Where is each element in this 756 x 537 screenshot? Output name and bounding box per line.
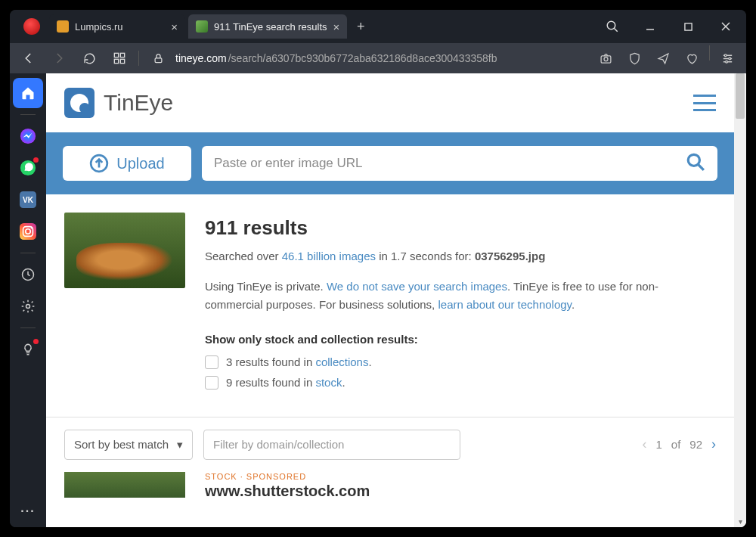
scrollbar-thumb[interactable] bbox=[736, 73, 745, 119]
titlebar: Lumpics.ru × 911 TinEye search results ×… bbox=[10, 10, 746, 43]
result-domain[interactable]: www.shutterstock.com bbox=[205, 483, 370, 500]
svg-point-0 bbox=[607, 21, 615, 29]
sort-value: Sort by best match bbox=[74, 438, 169, 451]
filter-placeholder: Filter by domain/collection bbox=[213, 438, 344, 451]
privacy-link[interactable]: We do not save your search images bbox=[327, 280, 507, 293]
tab-tineye[interactable]: 911 TinEye search results × bbox=[188, 14, 347, 39]
sidebar-home-icon[interactable] bbox=[13, 78, 43, 108]
speed-dial-icon[interactable] bbox=[107, 45, 132, 71]
upload-label: Upload bbox=[116, 155, 164, 172]
sort-select[interactable]: Sort by best match ▾ bbox=[64, 430, 193, 460]
sidebar-instagram-icon[interactable] bbox=[13, 216, 43, 247]
result-thumb[interactable] bbox=[64, 472, 185, 498]
site-header: TinEye bbox=[46, 73, 734, 132]
back-button[interactable] bbox=[16, 45, 42, 71]
site-name: TinEye bbox=[104, 90, 173, 116]
stock-link[interactable]: stock bbox=[315, 376, 342, 389]
stock-label: 9 results found in stock. bbox=[226, 374, 345, 392]
stock-checkbox[interactable] bbox=[205, 376, 218, 390]
page-total: 92 bbox=[689, 438, 702, 451]
sidebar: VK ··· bbox=[10, 73, 46, 527]
forward-button[interactable] bbox=[46, 45, 72, 71]
svg-line-32 bbox=[698, 164, 704, 170]
svg-point-31 bbox=[688, 154, 699, 166]
lock-icon[interactable] bbox=[145, 45, 171, 71]
minimize-button[interactable] bbox=[633, 10, 668, 43]
svg-point-26 bbox=[30, 227, 32, 228]
reload-button[interactable] bbox=[76, 45, 102, 71]
show-only-heading: Show only stock and collection results: bbox=[205, 331, 716, 349]
svg-rect-7 bbox=[120, 53, 124, 57]
svg-rect-6 bbox=[114, 53, 118, 57]
new-tab-button[interactable]: + bbox=[350, 16, 371, 37]
menu-icon[interactable] bbox=[693, 95, 716, 111]
page-of: of bbox=[671, 438, 681, 451]
favicon-icon bbox=[196, 20, 208, 33]
url-text[interactable]: tineye.com/search/a6307bc930b6772aba6321… bbox=[175, 52, 588, 64]
searched-line: Searched over 46.1 billion images in 1.7… bbox=[205, 247, 716, 265]
url-input-wrapper bbox=[202, 146, 717, 181]
results-heading: 911 results bbox=[205, 213, 716, 244]
sidebar-settings-icon[interactable] bbox=[13, 291, 43, 321]
close-icon[interactable]: × bbox=[333, 21, 340, 33]
search-icon[interactable] bbox=[686, 152, 705, 175]
collections-checkbox[interactable] bbox=[205, 355, 218, 369]
page-current: 1 bbox=[655, 438, 662, 451]
sidebar-vk-icon[interactable]: VK bbox=[13, 185, 43, 215]
tineye-logo-icon[interactable] bbox=[64, 88, 94, 118]
svg-rect-9 bbox=[120, 59, 124, 63]
filter-input[interactable]: Filter by domain/collection bbox=[203, 430, 460, 460]
favicon-icon bbox=[57, 20, 69, 33]
page-content: TinEye Upload 911 resu bbox=[46, 73, 746, 527]
svg-line-1 bbox=[614, 28, 618, 32]
sidebar-history-icon[interactable] bbox=[13, 259, 43, 290]
tab-lumpics[interactable]: Lumpics.ru × bbox=[49, 14, 185, 39]
chevron-down-icon: ▾ bbox=[169, 438, 183, 452]
svg-point-18 bbox=[725, 61, 727, 63]
sidebar-more-icon[interactable]: ··· bbox=[20, 504, 35, 518]
sidebar-whatsapp-icon[interactable] bbox=[13, 153, 43, 183]
svg-rect-23 bbox=[20, 223, 36, 240]
svg-point-28 bbox=[26, 305, 30, 309]
svg-text:VK: VK bbox=[23, 196, 34, 204]
send-icon[interactable] bbox=[650, 45, 676, 71]
prev-page-button[interactable]: ‹ bbox=[642, 436, 646, 452]
heart-icon[interactable] bbox=[679, 45, 705, 71]
scroll-down-icon[interactable]: ▾ bbox=[734, 515, 746, 527]
index-size-link[interactable]: 46.1 billion images bbox=[282, 250, 376, 262]
search-icon[interactable] bbox=[595, 10, 630, 43]
easy-setup-icon[interactable] bbox=[714, 45, 740, 71]
maximize-button[interactable] bbox=[671, 10, 705, 43]
pagination: ‹ 1 of 92 › bbox=[642, 436, 716, 452]
technology-link[interactable]: learn about our technology bbox=[438, 298, 572, 311]
url-input[interactable] bbox=[214, 156, 686, 171]
sponsored-tag: STOCK · SPONSORED bbox=[205, 472, 370, 481]
svg-point-12 bbox=[604, 57, 608, 61]
address-bar: tineye.com/search/a6307bc930b6772aba6321… bbox=[10, 43, 746, 73]
collections-label: 3 results found in collections. bbox=[226, 353, 372, 371]
snapshot-icon[interactable] bbox=[593, 45, 618, 71]
close-button[interactable] bbox=[708, 10, 743, 43]
upload-button[interactable]: Upload bbox=[63, 146, 191, 181]
opera-logo-icon[interactable] bbox=[23, 18, 40, 35]
svg-point-17 bbox=[728, 57, 730, 60]
tab-title: 911 TinEye search results bbox=[214, 21, 327, 33]
svg-point-16 bbox=[724, 54, 727, 56]
privacy-text: Using TinEye is private. We do not save … bbox=[205, 278, 716, 314]
shield-icon[interactable] bbox=[621, 45, 647, 71]
close-icon[interactable]: × bbox=[171, 21, 178, 33]
scrollbar[interactable]: ▾ bbox=[734, 73, 746, 527]
search-bar: Upload bbox=[46, 132, 734, 194]
next-page-button[interactable]: › bbox=[711, 436, 716, 452]
collections-link[interactable]: collections bbox=[315, 355, 368, 368]
sidebar-hint-icon[interactable] bbox=[13, 334, 43, 365]
query-image-thumb[interactable] bbox=[64, 213, 185, 288]
tab-title: Lumpics.ru bbox=[75, 21, 165, 33]
svg-rect-8 bbox=[114, 59, 118, 63]
sidebar-messenger-icon[interactable] bbox=[13, 121, 43, 151]
svg-rect-3 bbox=[684, 23, 691, 29]
svg-rect-10 bbox=[155, 57, 162, 62]
